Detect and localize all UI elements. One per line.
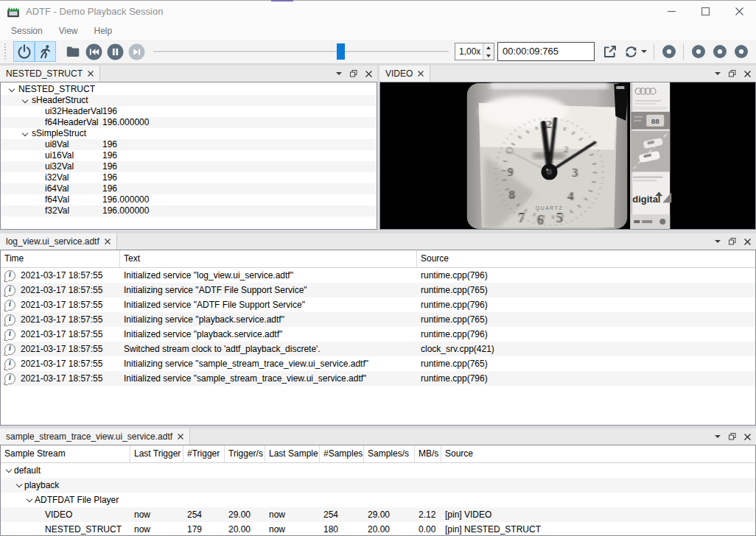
speed-down-button[interactable] bbox=[483, 52, 494, 60]
tree-row[interactable]: sSimpleStruct bbox=[1, 128, 377, 139]
stream-row[interactable]: default bbox=[1, 463, 755, 478]
panel-float-button[interactable] bbox=[725, 234, 740, 249]
panel-menu-button[interactable] bbox=[710, 429, 725, 444]
trace-table: Sample StreamLast Trigger#TriggerTrigger… bbox=[0, 445, 756, 536]
menu-item[interactable]: View bbox=[51, 24, 86, 38]
power-session-button[interactable] bbox=[13, 41, 35, 62]
stream-row[interactable]: NESTED_STRUCT now 179 20.00 now 180 20.0… bbox=[1, 522, 755, 536]
log-row[interactable]: 2021-03-17 18:57:55 Initialized service … bbox=[1, 268, 755, 283]
last-sample-cell: now bbox=[265, 507, 320, 522]
menu-item[interactable]: Session bbox=[3, 24, 51, 38]
panel-menu-button[interactable] bbox=[332, 66, 346, 81]
column-header[interactable]: Source bbox=[441, 445, 755, 462]
column-header[interactable]: #Samples bbox=[320, 445, 364, 462]
log-row[interactable]: 2021-03-17 18:57:55 Initializing service… bbox=[1, 356, 755, 371]
panel-close-button[interactable] bbox=[361, 66, 376, 81]
expand-chevron-icon[interactable] bbox=[7, 85, 18, 94]
tree-item-name: sHeaderStruct bbox=[32, 95, 88, 106]
speed-up-button[interactable] bbox=[483, 43, 494, 52]
log-source: runtime.cpp(796) bbox=[417, 268, 755, 283]
panel-close-button[interactable] bbox=[740, 429, 755, 444]
log-row[interactable]: 2021-03-17 18:57:55 Initialized service … bbox=[1, 297, 755, 312]
tree-row[interactable]: ui8Val 196 bbox=[1, 139, 377, 150]
tree-row[interactable]: ui16Val 196 bbox=[1, 150, 377, 161]
column-header[interactable]: Time bbox=[1, 250, 120, 267]
column-header[interactable]: Sample Stream bbox=[1, 445, 130, 462]
marker-button-2[interactable] bbox=[687, 41, 709, 62]
panel-menu-button[interactable] bbox=[710, 66, 725, 81]
tab-nested-struct[interactable]: NESTED_STRUCT bbox=[0, 66, 100, 82]
column-header[interactable]: Last Trigger bbox=[130, 445, 183, 462]
panel-float-button[interactable] bbox=[725, 66, 740, 81]
stream-row[interactable]: playback bbox=[1, 478, 755, 493]
stream-row[interactable]: ADTFDAT File Player bbox=[1, 493, 755, 507]
column-header[interactable]: Trigger/s bbox=[225, 445, 265, 462]
tab-close-icon[interactable] bbox=[88, 71, 94, 77]
log-time: 2021-03-17 18:57:55 bbox=[21, 371, 102, 386]
detach-window-button[interactable] bbox=[599, 41, 620, 62]
tab-close-icon[interactable] bbox=[105, 239, 111, 244]
column-header[interactable]: Source bbox=[417, 250, 755, 267]
expand-chevron-icon[interactable] bbox=[14, 481, 24, 490]
panel-close-button[interactable] bbox=[740, 66, 755, 81]
marker-button-3[interactable] bbox=[709, 41, 730, 62]
tab-close-icon[interactable] bbox=[178, 434, 183, 440]
tab-close-icon[interactable] bbox=[418, 71, 424, 77]
log-time: 2021-03-17 18:57:55 bbox=[21, 342, 102, 356]
expand-chevron-icon[interactable] bbox=[20, 130, 32, 138]
log-row[interactable]: 2021-03-17 18:57:55 Initializing service… bbox=[1, 283, 755, 297]
tree-row[interactable]: f64HeaderVal 196.000000 bbox=[1, 117, 377, 128]
log-row[interactable]: 2021-03-17 18:57:55 Switched stream cloc… bbox=[1, 342, 755, 356]
expand-chevron-icon[interactable] bbox=[20, 96, 32, 105]
slider-handle[interactable] bbox=[337, 43, 345, 60]
speed-spinbox[interactable]: 1,00x bbox=[455, 43, 494, 60]
stream-row[interactable]: VIDEO now 254 29.00 now 254 29.00 2.12 [… bbox=[1, 507, 755, 522]
rewind-button[interactable] bbox=[83, 41, 105, 62]
log-row[interactable]: 2021-03-17 18:57:55 Initializing service… bbox=[1, 312, 755, 327]
playback-slider[interactable] bbox=[153, 41, 449, 62]
slider-track[interactable] bbox=[153, 51, 449, 53]
column-header[interactable]: MB/s bbox=[415, 445, 441, 462]
panel-menu-button[interactable] bbox=[710, 234, 725, 249]
tree-item-name: f64HeaderVal bbox=[45, 117, 99, 128]
tree-row[interactable]: NESTED_STRUCT bbox=[1, 84, 377, 95]
marker-button-1[interactable] bbox=[658, 41, 679, 62]
tab-video[interactable]: VIDEO bbox=[379, 66, 430, 82]
panel-float-button[interactable] bbox=[346, 66, 361, 81]
menu-item[interactable]: Help bbox=[86, 24, 121, 38]
pause-button[interactable] bbox=[105, 41, 126, 62]
panel-float-button[interactable] bbox=[725, 429, 740, 444]
tab-trace-view[interactable]: sample_stream_trace_view.ui_service.adtf bbox=[0, 429, 190, 445]
trigger-count-cell: 254 bbox=[183, 507, 225, 522]
maximize-button[interactable] bbox=[688, 1, 722, 22]
open-file-button[interactable] bbox=[62, 41, 83, 62]
marker-button-4[interactable] bbox=[730, 41, 752, 62]
log-text: Switched stream clock to 'adtf_playback_… bbox=[120, 342, 417, 356]
loop-dropdown-arrow[interactable] bbox=[641, 50, 647, 53]
tree-row[interactable]: f32Val 196.000000 bbox=[1, 205, 377, 216]
tree-row[interactable]: f64Val 196.000000 bbox=[1, 194, 377, 205]
run-session-button[interactable] bbox=[35, 41, 56, 62]
minimize-button[interactable] bbox=[654, 1, 688, 22]
tree-row[interactable]: sHeaderStruct bbox=[1, 95, 377, 106]
tab-log-view[interactable]: log_view.ui_service.adtf bbox=[0, 233, 117, 250]
expand-chevron-icon[interactable] bbox=[24, 496, 35, 504]
tree-row[interactable]: ui32Val 196 bbox=[1, 161, 377, 172]
column-header[interactable]: #Trigger bbox=[183, 445, 225, 462]
toolbar-drag-handle[interactable] bbox=[4, 43, 10, 60]
tree-row[interactable]: i64Val 196 bbox=[1, 183, 377, 194]
tree-item-name: ui32Val bbox=[45, 161, 74, 172]
tree-row[interactable]: i32Val 196 bbox=[1, 172, 377, 183]
skip-to-end-button[interactable] bbox=[126, 41, 147, 62]
tree-row[interactable]: ui32HeaderVal 196 bbox=[1, 106, 377, 117]
nested-struct-tree: NESTED_STRUCT sHeaderStruct ui32HeaderVa… bbox=[0, 82, 377, 230]
column-header[interactable]: Samples/s bbox=[364, 445, 415, 462]
log-row[interactable]: 2021-03-17 18:57:55 Initialized service … bbox=[1, 371, 755, 386]
loop-button[interactable] bbox=[620, 41, 650, 62]
column-header[interactable]: Text bbox=[120, 250, 417, 267]
log-row[interactable]: 2021-03-17 18:57:55 Initialized service … bbox=[1, 327, 755, 342]
column-header[interactable]: Last Sample bbox=[265, 445, 320, 462]
close-button[interactable] bbox=[722, 1, 756, 22]
expand-chevron-icon[interactable] bbox=[4, 466, 14, 475]
panel-close-button[interactable] bbox=[740, 234, 755, 249]
